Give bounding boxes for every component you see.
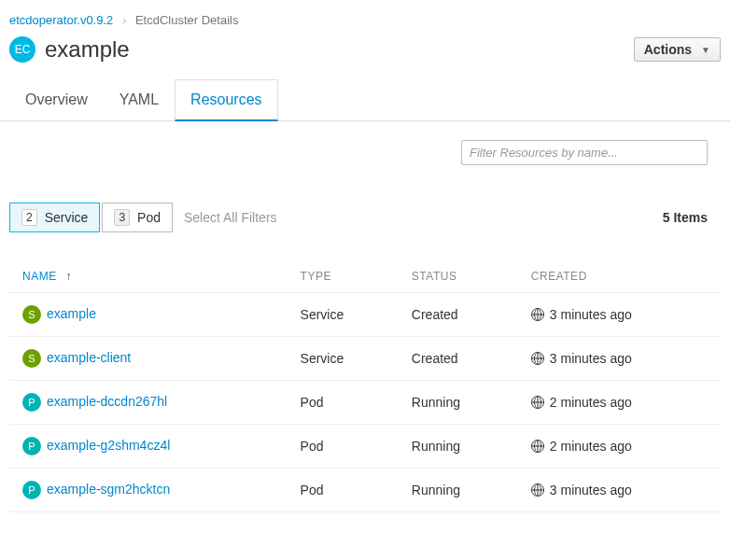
cell-type: Pod (288, 469, 399, 512)
service-icon: S (22, 349, 41, 368)
table-row: Pexample-sgm2hcktcnPodRunning3 minutes a… (9, 469, 721, 512)
chevron-down-icon: ▼ (701, 45, 710, 55)
page-title: example (45, 36, 130, 63)
cell-name: Pexample-dccdn267hl (9, 381, 288, 425)
items-count: 5 Items (663, 210, 708, 225)
filter-chip-label: Service (45, 210, 89, 225)
resource-name-link[interactable]: example-g2shm4cz4l (47, 438, 170, 453)
cell-name: Sexample (9, 293, 288, 337)
tabs: OverviewYAMLResources (0, 79, 730, 121)
pod-icon: P (22, 437, 41, 455)
created-time: 3 minutes ago (550, 351, 632, 366)
created-time: 3 minutes ago (550, 483, 632, 497)
created-time: 3 minutes ago (550, 307, 632, 322)
breadcrumb-current: EtcdCluster Details (135, 13, 239, 27)
column-header-name[interactable]: NAME ↑ (9, 260, 288, 293)
tab-yaml[interactable]: YAML (104, 79, 175, 121)
filter-chip-count: 3 (114, 209, 130, 226)
column-header-type[interactable]: TYPE (288, 260, 399, 293)
actions-dropdown[interactable]: Actions ▼ (634, 37, 721, 62)
tab-resources[interactable]: Resources (175, 79, 277, 121)
actions-label: Actions (644, 42, 692, 57)
cell-status: Running (399, 469, 518, 512)
table-row: SexampleServiceCreated3 minutes ago (9, 293, 721, 337)
filter-chip-count: 2 (21, 209, 37, 226)
cell-created: 3 minutes ago (518, 337, 721, 381)
table-row: Pexample-g2shm4cz4lPodRunning2 minutes a… (9, 425, 721, 469)
resources-table-wrap: NAME ↑ TYPE STATUS CREATED SexampleServi… (0, 260, 730, 512)
resource-kind-badge: EC (9, 36, 35, 63)
globe-icon (531, 396, 544, 409)
cell-status: Running (399, 381, 518, 425)
created-time: 2 minutes ago (550, 395, 632, 410)
resource-name-link[interactable]: example (47, 306, 96, 321)
created-time: 2 minutes ago (550, 439, 632, 454)
cell-created: 2 minutes ago (518, 381, 721, 425)
cell-name: Pexample-g2shm4cz4l (9, 425, 288, 469)
filter-chip-pod[interactable]: 3Pod (102, 203, 173, 232)
service-icon: S (22, 305, 41, 324)
sort-ascending-icon: ↑ (66, 270, 73, 283)
cell-created: 3 minutes ago (518, 293, 721, 337)
table-row: Pexample-dccdn267hlPodRunning2 minutes a… (9, 381, 721, 425)
cell-status: Running (399, 425, 518, 469)
cell-created: 2 minutes ago (518, 425, 721, 469)
title-row: EC example Actions ▼ (0, 31, 730, 79)
cell-type: Pod (288, 381, 399, 425)
globe-icon (531, 483, 544, 497)
cell-type: Service (288, 337, 399, 381)
cell-status: Created (399, 293, 518, 337)
chevron-right-icon: › (122, 13, 126, 27)
select-all-filters-link[interactable]: Select All Filters (184, 210, 277, 225)
cell-name: Pexample-sgm2hcktcn (9, 469, 288, 512)
globe-icon (531, 440, 544, 453)
filter-chip-label: Pod (137, 210, 161, 225)
breadcrumb-parent-link[interactable]: etcdoperator.v0.9.2 (9, 13, 113, 27)
filter-chip-service[interactable]: 2Service (9, 203, 100, 232)
column-header-name-label[interactable]: NAME (22, 270, 57, 283)
resources-table: NAME ↑ TYPE STATUS CREATED SexampleServi… (9, 260, 721, 512)
filter-row (0, 121, 730, 175)
cell-name: Sexample-client (9, 337, 288, 381)
title-left: EC example (9, 36, 130, 63)
table-row: Sexample-clientServiceCreated3 minutes a… (9, 337, 721, 381)
cell-type: Service (288, 293, 399, 337)
breadcrumb: etcdoperator.v0.9.2 › EtcdCluster Detail… (0, 0, 730, 31)
pod-icon: P (22, 481, 41, 499)
column-header-created[interactable]: CREATED (518, 260, 721, 293)
resource-name-link[interactable]: example-client (47, 350, 131, 365)
column-header-status[interactable]: STATUS (399, 260, 518, 293)
resource-name-link[interactable]: example-sgm2hcktcn (47, 482, 170, 497)
cell-created: 3 minutes ago (518, 469, 721, 512)
filter-chip-row: 2Service3Pod Select All Filters 5 Items (0, 203, 730, 232)
globe-icon (531, 352, 544, 365)
globe-icon (531, 308, 544, 321)
resource-name-link[interactable]: example-dccdn267hl (47, 394, 167, 409)
pod-icon: P (22, 393, 41, 412)
cell-type: Pod (288, 425, 399, 469)
cell-status: Created (399, 337, 518, 381)
filter-resources-input[interactable] (461, 140, 708, 165)
tab-overview[interactable]: Overview (9, 79, 104, 121)
